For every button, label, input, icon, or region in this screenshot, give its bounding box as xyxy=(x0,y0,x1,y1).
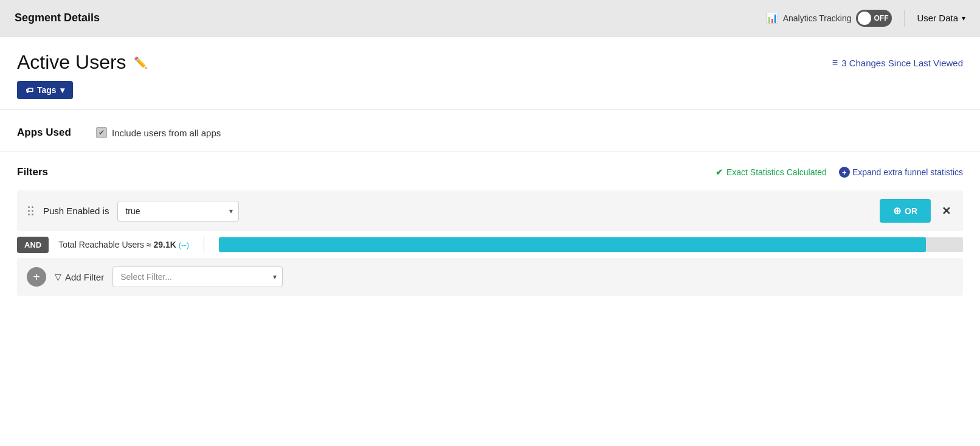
drag-dot xyxy=(28,206,30,208)
progress-bar xyxy=(219,237,963,252)
funnel-icon: ▽ xyxy=(55,272,61,282)
add-filter-text: Add Filter xyxy=(65,272,104,282)
filter-field-label: Push Enabled is xyxy=(43,206,109,216)
filters-section: Filters ✔ Exact Statistics Calculated + … xyxy=(0,152,980,308)
apps-used-label: Apps Used xyxy=(17,127,84,139)
plus-circle-icon: + xyxy=(839,167,850,178)
drag-dot xyxy=(28,210,30,212)
user-data-button[interactable]: User Data ▾ xyxy=(917,13,965,23)
vertical-divider xyxy=(204,236,204,253)
apps-used-section: Apps Used ✔ Include users from all apps xyxy=(0,110,980,152)
page-header: Active Users ✏️ 🏷 Tags ▾ ≡ 3 Changes Sin… xyxy=(0,37,980,110)
remove-filter-button[interactable]: ✕ xyxy=(939,202,953,220)
drag-dot-row xyxy=(28,210,33,212)
drag-dot xyxy=(32,214,33,215)
reachable-label: Total Reachable Users ≈ xyxy=(58,240,151,249)
expand-funnel-button[interactable]: + Expand extra funnel statistics xyxy=(839,167,963,178)
select-filter-wrapper: Select Filter... ▾ xyxy=(112,267,283,287)
drag-dot xyxy=(32,210,33,212)
filters-header: Filters ✔ Exact Statistics Calculated + … xyxy=(17,166,963,178)
changes-label: 3 Changes Since Last Viewed xyxy=(841,58,963,68)
expand-funnel-label: Expand extra funnel statistics xyxy=(852,167,963,177)
tags-button[interactable]: 🏷 Tags ▾ xyxy=(17,81,73,99)
filters-header-right: ✔ Exact Statistics Calculated + Expand e… xyxy=(716,167,963,178)
app-header: Segment Details 📊 Analytics Tracking OFF… xyxy=(0,0,980,37)
filter-value-select-wrapper: true false ▾ xyxy=(117,201,239,221)
tag-icon: 🏷 xyxy=(26,86,33,95)
page-title: Active Users xyxy=(17,51,126,74)
drag-handle[interactable] xyxy=(27,205,35,217)
header-right: 📊 Analytics Tracking OFF User Data ▾ xyxy=(766,10,965,27)
exact-stats-label: Exact Statistics Calculated xyxy=(726,167,827,177)
analytics-tracking-label: Analytics Tracking xyxy=(783,13,852,23)
toggle-state-label: OFF xyxy=(874,14,888,23)
progress-bar-fill xyxy=(219,237,926,252)
list-icon: ≡ xyxy=(832,57,838,68)
chevron-down-icon: ▾ xyxy=(962,14,965,23)
page-header-left: Active Users ✏️ 🏷 Tags ▾ xyxy=(17,51,147,99)
analytics-icon: 📊 xyxy=(766,12,778,24)
add-filter-label: ▽ Add Filter xyxy=(55,272,104,282)
app-title: Segment Details xyxy=(15,12,766,24)
changes-since-last-viewed-link[interactable]: ≡ 3 Changes Since Last Viewed xyxy=(832,57,963,68)
edit-icon[interactable]: ✏️ xyxy=(134,56,147,69)
include-apps-label: Include users from all apps xyxy=(112,128,221,138)
or-label: OR xyxy=(905,206,917,216)
add-filter-row: + ▽ Add Filter Select Filter... ▾ xyxy=(17,258,963,296)
user-data-label: User Data xyxy=(917,13,958,23)
analytics-tracking-section: 📊 Analytics Tracking OFF xyxy=(766,10,905,27)
and-badge: AND xyxy=(17,237,49,253)
title-row: Active Users ✏️ xyxy=(17,51,147,74)
tags-chevron-icon: ▾ xyxy=(60,85,64,95)
and-connector: AND Total Reachable Users ≈ 29.1K (--) xyxy=(17,236,963,253)
drag-dot xyxy=(28,214,30,215)
exact-stats-indicator: ✔ Exact Statistics Calculated xyxy=(716,167,827,177)
reachable-count: 29.1K xyxy=(153,240,176,249)
or-button[interactable]: ⊕ OR xyxy=(880,199,931,223)
toggle-circle xyxy=(858,12,871,25)
reachable-diff: (--) xyxy=(179,240,189,249)
filter-value-select[interactable]: true false xyxy=(117,201,239,221)
filter-row: Push Enabled is true false ▾ ⊕ OR ✕ xyxy=(17,190,963,231)
tags-label: Tags xyxy=(37,85,57,95)
drag-dot xyxy=(32,206,33,208)
checkmark-icon: ✔ xyxy=(716,167,723,177)
or-plus-icon: ⊕ xyxy=(893,205,901,217)
add-filter-icon-button[interactable]: + xyxy=(27,267,46,287)
analytics-toggle[interactable]: OFF xyxy=(856,10,892,27)
include-apps-checkbox[interactable]: ✔ xyxy=(96,127,107,138)
drag-dot-row xyxy=(28,206,33,208)
include-all-apps-row: ✔ Include users from all apps xyxy=(96,127,221,138)
select-filter-dropdown[interactable]: Select Filter... xyxy=(112,267,283,287)
main-content: Active Users ✏️ 🏷 Tags ▾ ≡ 3 Changes Sin… xyxy=(0,37,980,446)
reachable-users-text: Total Reachable Users ≈ 29.1K (--) xyxy=(58,240,189,249)
filters-title: Filters xyxy=(17,166,48,178)
drag-dot-row xyxy=(28,214,33,215)
